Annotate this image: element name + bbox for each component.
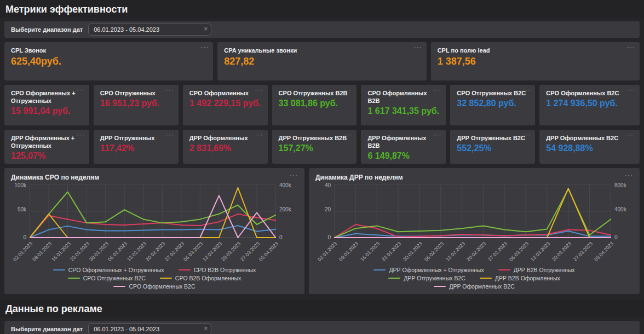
more-options-icon[interactable]: ··· [627, 86, 635, 94]
more-options-icon[interactable]: ··· [625, 171, 633, 179]
legend-item[interactable]: ДРР B2B Оформленных [480, 275, 560, 281]
kpi-label: CPO Отгруженных [100, 90, 172, 97]
legend-item[interactable]: ДРР Оформленных + Отгруженных [373, 267, 484, 273]
legend-item[interactable]: CPO Отгруженных B2C [68, 275, 146, 281]
more-options-icon[interactable]: ··· [433, 86, 441, 94]
kpi-label: CPO Оформленных B2B [367, 90, 439, 105]
date-filter-bar-ads: Выберите диапазон дат × [4, 321, 640, 334]
chart-legend: ДРР Оформленных + ОтгруженныхДРР B2B Отг… [343, 267, 606, 290]
more-options-icon[interactable]: ··· [344, 131, 352, 139]
kpi-label: CPO Оформленных + Отгруженных [11, 90, 83, 105]
x-axis-tick-label: 09.01.2023 [338, 241, 360, 262]
legend-label: CPO B2B Оформленных [175, 275, 242, 281]
kpi-value: 125,07% [11, 151, 83, 161]
date-filter-label: Выберите диапазон дат [11, 26, 83, 33]
x-axis-tick-label: 23.01.2023 [381, 241, 402, 262]
x-axis-tick-label: 27.02.2023 [164, 241, 185, 262]
kpi-row-drr: ···ДРР Оформленных + Отгруженных125,07%·… [4, 130, 640, 164]
x-axis-tick-label: 02.01.2023 [317, 241, 338, 262]
kpi-card: ···CPL Звонок625,40руб. [4, 42, 213, 80]
x-axis-tick-label: 20.03.2023 [551, 241, 572, 262]
legend-line-swatch [434, 286, 446, 287]
y-axis-right: 800k400k0 [611, 185, 634, 238]
x-axis-tick-label: 27.02.2023 [487, 241, 508, 262]
more-options-icon[interactable]: ··· [627, 131, 635, 139]
legend-item[interactable]: ДРР Оформленных B2C [434, 283, 514, 290]
y-axis-right: 400k200k0 [276, 185, 299, 238]
more-options-icon[interactable]: ··· [414, 43, 422, 51]
x-axis-tick-label: 30.01.2023 [88, 241, 110, 262]
kpi-card: ···CPL по полю lead1 387,56 [431, 42, 640, 80]
legend-item[interactable]: ДРР B2B Отгруженных [498, 267, 575, 273]
kpi-value: 1 387,56 [438, 56, 633, 67]
legend-line-swatch [68, 278, 80, 279]
legend-line-swatch [373, 269, 386, 270]
legend-item[interactable]: CPO Оформленных + Отгруженных [53, 267, 164, 273]
x-axis-tick-label: 02.01.2023 [13, 241, 34, 262]
chart-card-drr: Динамика ДРР по неделям···4020002.01.202… [309, 168, 640, 294]
kpi-row-cpl: ···CPL Звонок625,40руб.···CPA уникальные… [4, 42, 640, 80]
chart-title: Динамика ДРР по неделям [314, 172, 634, 185]
x-axis-tick-label: 13.03.2023 [202, 241, 223, 262]
legend-item[interactable]: CPO B2B Отгруженных [179, 267, 256, 273]
kpi-value: 6 149,87% [367, 151, 439, 161]
legend-item[interactable]: CPO Оформленных B2C [113, 283, 195, 290]
charts-row: Динамика CPO по неделям···100k50k002.01.… [4, 168, 640, 294]
x-axis-tick-label: 16.01.2023 [359, 241, 381, 262]
kpi-value: 625,40руб. [11, 56, 206, 67]
kpi-value: 552,25% [457, 143, 528, 153]
chart-plot-area [30, 185, 276, 238]
x-axis-tick-label: 23.01.2023 [69, 241, 90, 262]
kpi-label: CPL по полю lead [438, 47, 633, 55]
legend-item[interactable]: ДРР Отгруженных B2C [388, 275, 465, 281]
kpi-card: ···ДРР Оформленных B2B6 149,87% [361, 130, 446, 164]
x-axis-tick-label: 16.01.2023 [50, 241, 72, 262]
more-options-icon[interactable]: ··· [166, 86, 174, 94]
more-options-icon[interactable]: ··· [433, 131, 441, 139]
x-axis-tick-label: 20.02.2023 [466, 241, 487, 262]
legend-label: CPO Оформленных B2C [129, 283, 195, 290]
page-title: Метрики эффективности [0, 0, 644, 18]
more-options-icon[interactable]: ··· [344, 86, 352, 94]
kpi-label: ДРР Отгруженных [100, 135, 172, 142]
more-options-icon[interactable]: ··· [166, 131, 174, 139]
more-options-icon[interactable]: ··· [522, 131, 531, 139]
more-options-icon[interactable]: ··· [200, 43, 209, 51]
kpi-label: CPA уникальные звонки [224, 47, 419, 55]
legend-line-swatch [113, 286, 125, 287]
kpi-card: ···CPO Отгруженных B2B33 081,86 руб. [272, 85, 357, 125]
date-filter-label-ads: Выберите диапазон дат [11, 326, 83, 332]
kpi-value: 157,27% [279, 143, 350, 153]
date-range-field: × [88, 24, 211, 36]
kpi-label: CPO Оформленных B2C [546, 90, 633, 97]
more-options-icon[interactable]: ··· [77, 131, 85, 139]
clear-date-icon[interactable]: × [204, 25, 208, 33]
more-options-icon[interactable]: ··· [290, 171, 298, 179]
kpi-card: ···ДРР Оформленных B2C54 928,88% [539, 130, 640, 164]
kpi-value: 15 991,04 руб. [11, 106, 83, 116]
clear-date-icon-ads[interactable]: × [204, 325, 208, 333]
x-axis-tick-label: 06.03.2023 [508, 241, 530, 262]
legend-line-swatch [480, 278, 492, 279]
legend-line-swatch [160, 278, 172, 279]
more-options-icon[interactable]: ··· [627, 43, 635, 51]
x-axis-tick-label: 13.03.2023 [530, 241, 551, 262]
more-options-icon[interactable]: ··· [77, 86, 85, 94]
chart-title: Динамика CPO по неделям [10, 172, 299, 185]
date-range-input-ads[interactable] [88, 323, 211, 334]
kpi-label: CPO Оформленных [189, 90, 261, 97]
more-options-icon[interactable]: ··· [255, 131, 263, 139]
kpi-label: CPL Звонок [11, 47, 206, 55]
date-range-input[interactable] [88, 24, 211, 36]
kpi-card: ···ДРР Отгруженных117,42% [94, 130, 179, 164]
kpi-value: 16 951,23 руб. [100, 99, 172, 108]
more-options-icon[interactable]: ··· [255, 86, 263, 94]
more-options-icon[interactable]: ··· [522, 86, 531, 94]
kpi-card: ···CPO Отгруженных16 951,23 руб. [94, 85, 179, 125]
legend-item[interactable]: CPO B2B Оформленных [160, 275, 242, 281]
kpi-card: ···CPO Отгруженных B2C32 852,80 руб. [450, 85, 535, 125]
kpi-label: ДРР Оформленных [189, 135, 261, 142]
kpi-value: 32 852,80 руб. [457, 99, 528, 108]
kpi-value: 827,82 [224, 56, 419, 67]
kpi-card: ···ДРР Оформленных2 831,69% [183, 130, 268, 164]
